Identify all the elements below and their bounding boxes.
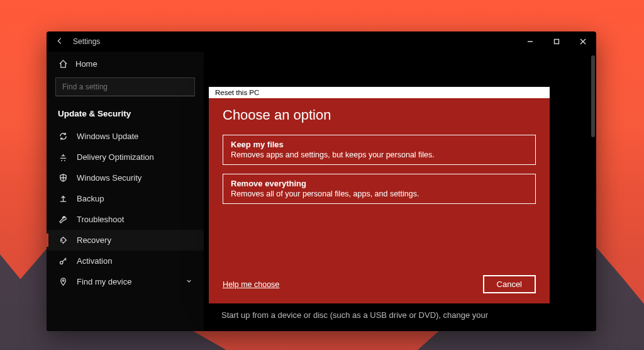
settings-window: Settings Home Update & S: [47, 31, 596, 331]
sidebar-home-label: Home: [75, 59, 97, 69]
sidebar-item-windows-security[interactable]: Windows Security: [47, 167, 204, 188]
cancel-button[interactable]: Cancel: [483, 275, 536, 293]
sidebar-home[interactable]: Home: [47, 54, 204, 74]
search-input[interactable]: [55, 77, 195, 96]
svg-point-5: [62, 279, 64, 281]
sidebar-item-label: Windows Update: [77, 132, 138, 141]
shield-icon: [58, 173, 68, 183]
option-title: Remove everything: [231, 179, 528, 188]
sidebar-item-activation[interactable]: Activation: [47, 251, 204, 271]
backup-icon: [58, 194, 68, 203]
sidebar: Home Update & Security Windows Update D: [47, 52, 204, 331]
chevron-down-icon: [186, 278, 192, 286]
sidebar-item-label: Activation: [77, 256, 112, 266]
help-me-choose-link[interactable]: Help me choose: [223, 280, 279, 289]
maximize-button[interactable]: [543, 31, 570, 52]
sidebar-item-label: Backup: [77, 194, 104, 203]
window-title: Settings: [73, 37, 100, 46]
wrench-icon: [58, 215, 68, 224]
svg-rect-1: [555, 40, 559, 44]
option-desc: Removes apps and settings, but keeps you…: [231, 150, 528, 159]
sidebar-item-windows-update[interactable]: Windows Update: [47, 126, 204, 147]
sidebar-item-delivery-optimization[interactable]: Delivery Optimization: [47, 147, 204, 167]
dialog-titlebar: Reset this PC: [209, 87, 550, 98]
sidebar-item-troubleshoot[interactable]: Troubleshoot: [47, 209, 204, 230]
section-text: Start up from a device or disc (such as …: [221, 310, 571, 320]
sidebar-item-label: Troubleshoot: [77, 215, 124, 224]
reset-dialog: Reset this PC Choose an option Keep my f…: [209, 87, 550, 303]
option-desc: Removes all of your personal files, apps…: [231, 189, 528, 198]
close-button[interactable]: [570, 31, 596, 52]
scrollbar-thumb[interactable]: [591, 55, 595, 137]
key-icon: [58, 256, 68, 266]
minimize-button[interactable]: [517, 31, 543, 52]
recovery-icon: [58, 235, 68, 245]
option-keep-my-files[interactable]: Keep my files Removes apps and settings,…: [223, 135, 536, 165]
home-icon: [58, 59, 68, 69]
sync-icon: [58, 132, 68, 141]
back-icon[interactable]: [55, 37, 64, 47]
sidebar-section-heading: Update & Security: [47, 103, 204, 126]
sidebar-item-find-my-device[interactable]: Find my device: [47, 271, 204, 292]
dialog-heading: Choose an option: [223, 107, 536, 123]
svg-point-4: [60, 261, 62, 264]
sidebar-item-label: Windows Security: [77, 173, 142, 183]
option-title: Keep my files: [231, 140, 528, 149]
sidebar-item-label: Recovery: [77, 235, 111, 245]
sidebar-item-recovery[interactable]: Recovery: [47, 230, 204, 251]
option-remove-everything[interactable]: Remove everything Removes all of your pe…: [223, 174, 536, 204]
sidebar-item-label: Delivery Optimization: [77, 152, 154, 162]
titlebar: Settings: [47, 31, 596, 52]
sidebar-item-label: Find my device: [77, 277, 131, 286]
delivery-icon: [58, 152, 68, 162]
sidebar-item-backup[interactable]: Backup: [47, 188, 204, 209]
location-icon: [58, 277, 68, 286]
